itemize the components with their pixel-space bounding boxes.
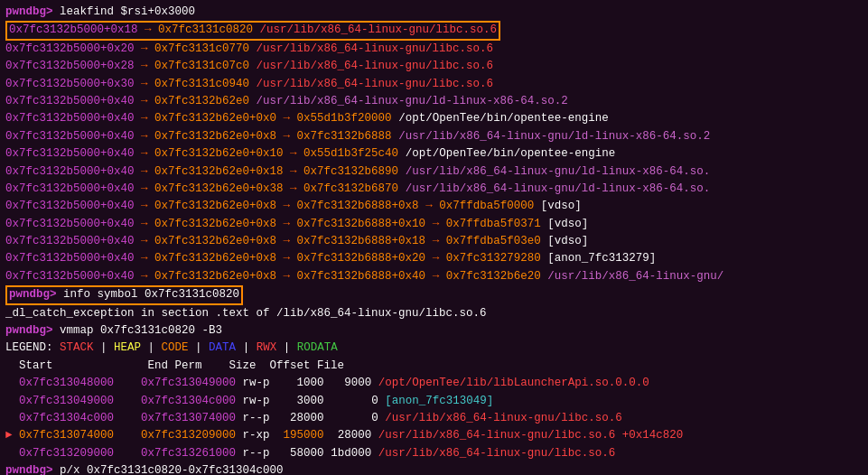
row3-file: /usr/lib/x86_64-linux-gnu/libc.so.6 <box>385 412 622 424</box>
prompt-px: pwndbg> <box>5 464 53 475</box>
addr-15a: 0x7fc3132b5000+0x40 <box>5 252 135 265</box>
row2-start: 0x7fc313049000 <box>19 395 114 407</box>
path-12: [vdso] <box>534 200 582 212</box>
addr-3b: 0x7fc3131c0770 <box>154 42 249 55</box>
col-start: Start End Perm Size Offset File <box>5 359 344 372</box>
arrow-14a: → <box>135 235 155 247</box>
cmd-px: p/x 0x7fc3131c0820-0x7fc31304c000 <box>53 464 284 475</box>
row2-space1 <box>114 395 141 407</box>
legend-rwx: RWX <box>257 341 277 354</box>
line-10: 0x7fc3132b5000+0x40 → 0x7fc3132b62e0+0x1… <box>5 163 863 181</box>
addr-4a: 0x7fc3132b5000+0x28 <box>5 60 135 72</box>
path-15: [anon_7fc313279] <box>541 252 657 265</box>
row-1: 0x7fc313048000 0x7fc313049000 rw-p 1000 … <box>5 375 863 392</box>
sep5: | <box>276 341 297 354</box>
addr-11c: 0x7fc3132b6870 <box>303 182 398 195</box>
line-px: pwndbg> p/x 0x7fc3131c0820-0x7fc31304c00… <box>5 462 863 475</box>
line-5: 0x7fc3132b5000+0x30 → 0x7fc3131c0940 /us… <box>5 76 863 93</box>
path-9: /opt/OpenTee/bin/opentee-engine <box>398 147 615 160</box>
row3-perm: r--p <box>236 412 290 424</box>
cmd-17: info symbol 0x7fc3131c0820 <box>57 288 240 301</box>
path-13: [vdso] <box>541 218 589 230</box>
row1-file: /opt/OpenTee/lib/libLauncherApi.so.0.0.0 <box>378 377 649 389</box>
path-3: /usr/lib/x86_64-linux-gnu/libc.so.6 <box>249 42 493 55</box>
path-7: /opt/OpenTee/bin/opentee-engine <box>392 112 609 125</box>
addr-8c: 0x7fc3132b6888 <box>297 130 392 143</box>
arrow-7a: → <box>135 112 155 125</box>
addr-2b: 0x7fc3131c0820 <box>158 23 253 36</box>
arrow-7b: → <box>276 112 297 125</box>
row4-offset: 28000 <box>324 429 378 442</box>
line-2: 0x7fc3132b5000+0x18 → 0x7fc3131c0820 /us… <box>5 21 863 41</box>
addr-12a: 0x7fc3132b5000+0x40 <box>5 200 135 212</box>
row4-size: 195000 <box>284 429 324 442</box>
cmd-1: leakfind $rsi+0x3000 <box>53 5 196 18</box>
addr-12d: 0x7ffdba5f0000 <box>439 200 534 212</box>
prompt-19: pwndbg> <box>5 324 53 337</box>
row2-perm: rw-p <box>236 395 297 407</box>
row4-space1 <box>114 429 141 442</box>
row5-size: 58000 <box>290 447 324 460</box>
path-6: /usr/lib/x86_64-linux-gnu/ld-linux-x86-6… <box>249 95 568 107</box>
row5-end: 0x7fc313261000 <box>141 447 236 460</box>
terminal: pwndbg> leakfind $rsi+0x3000 0x7fc3132b5… <box>0 0 868 475</box>
path-2: /usr/lib/x86_64-linux-gnu/libc.so.6 <box>253 23 497 36</box>
addr-5b: 0x7fc3131c0940 <box>154 78 249 90</box>
row4-start: 0x7fc313074000 <box>19 429 114 442</box>
row1-perm: rw-p <box>236 377 297 389</box>
addr-7c: 0x55d1b3f20000 <box>297 112 392 125</box>
arrow-6: → <box>135 95 155 107</box>
row3-indent <box>5 412 19 424</box>
prompt-17: pwndbg> <box>9 288 57 301</box>
legend-rodata: RODATA <box>297 341 338 354</box>
row-3: 0x7fc31304c000 0x7fc313074000 r--p 28000… <box>5 410 863 427</box>
row1-space1 <box>114 377 141 389</box>
line-14: 0x7fc3132b5000+0x40 → 0x7fc3132b62e0+0x8… <box>5 233 863 250</box>
arrow-15b: → <box>276 252 297 265</box>
addr-6b: 0x7fc3132b62e0 <box>154 95 249 107</box>
sep1: | <box>94 341 115 354</box>
row4-file: /usr/lib/x86_64-linux-gnu/libc.so.6 +0x1… <box>378 429 684 442</box>
arrow-5: → <box>135 78 155 90</box>
addr-10a: 0x7fc3132b5000+0x40 <box>5 165 135 178</box>
arrow-15a: → <box>135 252 155 265</box>
sep4: | <box>236 341 257 354</box>
row2-file: [anon_7fc313049] <box>385 395 493 407</box>
row2-size: 3000 <box>297 395 324 407</box>
addr-8b: 0x7fc3132b62e0+0x8 <box>154 130 276 143</box>
arrow-indicator: ► <box>5 429 19 442</box>
arrow-9b: → <box>284 147 304 160</box>
addr-12c: 0x7fc3132b6888+0x8 <box>297 200 419 212</box>
row-5: 0x7fc313209000 0x7fc313261000 r--p 58000… <box>5 445 863 462</box>
row4-perm: r-xp <box>236 429 284 442</box>
line-header: Start End Perm Size Offset File <box>5 358 863 375</box>
legend-heap: HEAP <box>114 341 141 354</box>
addr-8a: 0x7fc3132b5000+0x40 <box>5 130 135 143</box>
line-12: 0x7fc3132b5000+0x40 → 0x7fc3132b62e0+0x8… <box>5 198 863 215</box>
line-13: 0x7fc3132b5000+0x40 → 0x7fc3132b62e0+0x8… <box>5 216 863 233</box>
addr-11a: 0x7fc3132b5000+0x40 <box>5 182 135 195</box>
arrow-16c: → <box>425 270 446 283</box>
sep3: | <box>189 341 210 354</box>
path-4: /usr/lib/x86_64-linux-gnu/libc.so.6 <box>249 60 493 72</box>
addr-7b: 0x7fc3132b62e0+0x0 <box>154 112 276 125</box>
arrow-3: → <box>135 42 155 55</box>
arrow-12c: → <box>419 200 440 212</box>
arrow-9a: → <box>135 147 155 160</box>
arrow-16a: → <box>135 270 155 283</box>
line-11: 0x7fc3132b5000+0x40 → 0x7fc3132b62e0+0x3… <box>5 181 863 198</box>
addr-9a: 0x7fc3132b5000+0x40 <box>5 147 135 160</box>
sep2: | <box>141 341 162 354</box>
legend-code: CODE <box>162 341 189 354</box>
path-14: [vdso] <box>541 235 589 247</box>
addr-10c: 0x7fc3132b6890 <box>303 165 398 178</box>
row3-start: 0x7fc31304c000 <box>19 412 114 424</box>
cmd-19: vmmap 0x7fc3131c0820 -B3 <box>53 324 223 337</box>
row1-end: 0x7fc313049000 <box>141 377 236 389</box>
line-3: 0x7fc3132b5000+0x20 → 0x7fc3131c0770 /us… <box>5 41 863 58</box>
arrow-14b: → <box>276 235 297 247</box>
line-4: 0x7fc3132b5000+0x28 → 0x7fc3131c07c0 /us… <box>5 58 863 75</box>
row-2: 0x7fc313049000 0x7fc31304c000 rw-p 3000 … <box>5 393 863 410</box>
row-4: ► 0x7fc313074000 0x7fc313209000 r-xp 195… <box>5 427 863 444</box>
arrow-12a: → <box>135 200 155 212</box>
